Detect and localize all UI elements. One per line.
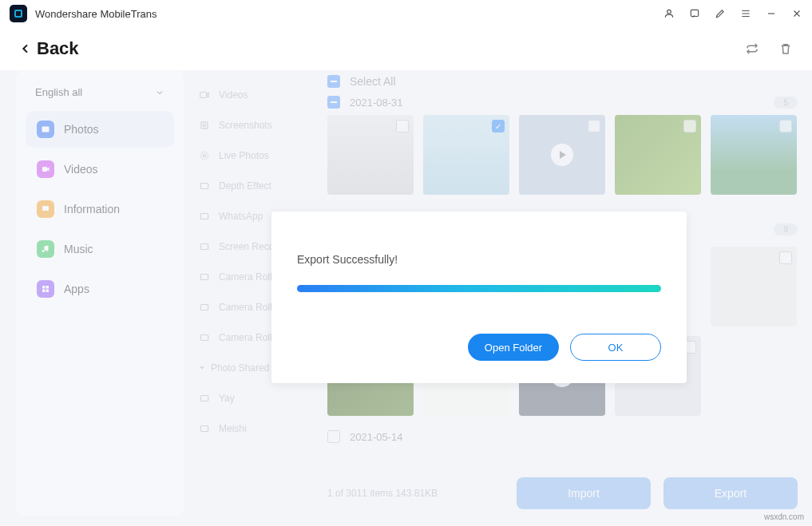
trash-icon[interactable] xyxy=(778,42,793,56)
svg-point-13 xyxy=(200,152,208,159)
thumb-row-1 xyxy=(327,115,798,195)
svg-rect-1 xyxy=(691,10,698,16)
shared-folder-icon xyxy=(198,423,211,434)
back-row: Back xyxy=(0,27,812,70)
app-title: Wondershare MobileTrans xyxy=(35,8,156,20)
sidebar: English all Photos Videos Information Mu… xyxy=(16,70,184,516)
svg-rect-16 xyxy=(200,244,208,250)
information-icon xyxy=(37,200,54,218)
svg-rect-8 xyxy=(46,290,50,293)
sidebar-item-label: Music xyxy=(64,243,93,255)
svg-rect-19 xyxy=(200,335,208,341)
triangle-down-icon xyxy=(198,364,206,372)
thumb-checkbox[interactable] xyxy=(779,120,792,132)
watermark: wsxdn.com xyxy=(764,512,804,521)
svg-point-12 xyxy=(203,154,206,157)
feedback-icon[interactable] xyxy=(689,8,700,19)
svg-rect-4 xyxy=(42,206,49,211)
sidebar-item-information[interactable]: Information xyxy=(26,191,174,227)
svg-point-11 xyxy=(203,124,206,127)
filter-dropdown[interactable]: English all xyxy=(26,83,174,111)
edit-icon[interactable] xyxy=(715,8,726,19)
camera-roll-icon xyxy=(198,302,211,313)
video-folder-icon xyxy=(198,89,211,101)
sidebar-item-label: Photos xyxy=(64,123,99,136)
camera-roll-icon xyxy=(198,332,211,343)
sub-item-deptheffect[interactable]: Depth Effect xyxy=(184,171,327,201)
chevron-left-icon xyxy=(19,42,32,55)
sub-item-videos[interactable]: Videos xyxy=(184,80,327,110)
thumb-checkbox[interactable] xyxy=(779,251,792,264)
svg-rect-2 xyxy=(42,127,50,132)
date1-count: 5 xyxy=(774,97,798,109)
date-group-1: 2021-08-31 5 xyxy=(327,93,798,115)
titlebar-actions xyxy=(663,8,802,19)
sidebar-item-music[interactable]: Music xyxy=(26,231,174,267)
account-icon[interactable] xyxy=(663,8,675,19)
export-button[interactable]: Export xyxy=(663,477,798,509)
camera-roll-icon xyxy=(198,271,211,283)
minimize-icon[interactable] xyxy=(766,8,777,19)
svg-rect-14 xyxy=(200,184,208,189)
progress-bar xyxy=(297,285,661,292)
titlebar: Wondershare MobileTrans xyxy=(0,0,812,27)
photo-thumb[interactable] xyxy=(711,115,797,195)
filter-label: English all xyxy=(35,86,82,98)
photo-thumb[interactable] xyxy=(615,115,701,195)
date2-count: 9 xyxy=(774,223,798,235)
screenshot-icon xyxy=(198,120,211,131)
date1-label: 2021-08-31 xyxy=(350,97,403,109)
export-success-modal: Export Successfully! Open Folder OK xyxy=(271,212,687,383)
date1-checkbox[interactable] xyxy=(327,96,340,109)
import-button[interactable]: Import xyxy=(517,477,651,509)
thumb-checkbox[interactable] xyxy=(588,120,600,132)
live-photo-icon xyxy=(198,150,211,161)
open-folder-button[interactable]: Open Folder xyxy=(468,334,559,361)
menu-icon[interactable] xyxy=(740,8,751,19)
footer: 1 of 3011 items 143.81KB Import Export xyxy=(327,471,798,516)
chevron-down-icon xyxy=(155,88,164,97)
svg-rect-20 xyxy=(200,396,208,401)
thumb-checkbox[interactable] xyxy=(683,120,696,132)
sub-item-yay[interactable]: Yay xyxy=(184,383,327,413)
svg-rect-3 xyxy=(42,167,47,172)
svg-rect-15 xyxy=(200,214,208,219)
photos-icon xyxy=(37,121,54,138)
ok-button[interactable]: OK xyxy=(570,334,661,361)
photo-thumb[interactable] xyxy=(519,115,605,195)
shared-folder-icon xyxy=(198,393,211,404)
photo-thumb[interactable] xyxy=(711,247,797,326)
refresh-icon[interactable] xyxy=(745,42,759,56)
date2-checkbox[interactable] xyxy=(327,430,340,443)
select-all-label: Select All xyxy=(350,75,396,88)
whatsapp-folder-icon xyxy=(198,211,211,222)
sidebar-item-apps[interactable]: Apps xyxy=(26,271,174,307)
photo-thumb[interactable] xyxy=(327,115,414,195)
sidebar-item-photos[interactable]: Photos xyxy=(26,111,174,148)
app-logo xyxy=(10,5,27,22)
sub-item-meishi[interactable]: Meishi xyxy=(184,413,327,444)
date2-label: 2021-05-14 xyxy=(350,431,403,443)
svg-rect-5 xyxy=(42,286,46,289)
close-icon[interactable] xyxy=(791,8,802,19)
sidebar-item-label: Videos xyxy=(64,163,98,176)
sidebar-item-videos[interactable]: Videos xyxy=(26,151,174,188)
thumb-checkbox[interactable] xyxy=(396,120,409,132)
svg-point-0 xyxy=(667,10,671,14)
apps-icon xyxy=(37,280,54,298)
depth-icon xyxy=(198,180,211,192)
select-all-row: Select All xyxy=(327,70,798,93)
sub-item-screenshots[interactable]: Screenshots xyxy=(184,110,327,140)
svg-rect-10 xyxy=(201,122,208,129)
svg-rect-17 xyxy=(200,275,208,280)
select-all-checkbox[interactable] xyxy=(327,75,340,88)
back-button[interactable]: Back xyxy=(19,38,79,59)
svg-rect-21 xyxy=(200,426,208,432)
thumb-checkbox[interactable] xyxy=(492,120,505,132)
svg-rect-6 xyxy=(46,286,50,289)
svg-rect-18 xyxy=(200,305,208,310)
sub-item-livephotos[interactable]: Live Photos xyxy=(184,140,327,171)
photo-thumb[interactable] xyxy=(423,115,509,195)
music-icon xyxy=(37,240,54,258)
back-label: Back xyxy=(37,38,79,59)
